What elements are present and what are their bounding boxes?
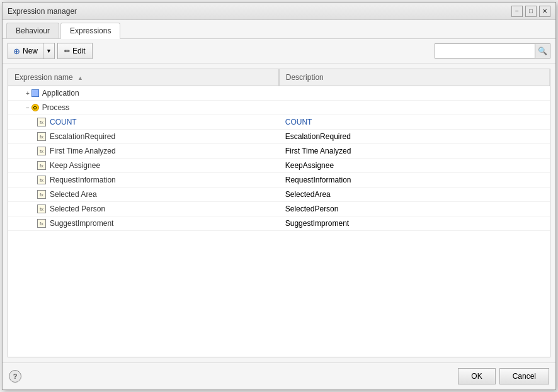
table-row[interactable]: fx RequestInformation RequestInformation <box>8 173 550 188</box>
keep-assignee-label: Keep Assignee <box>50 161 100 170</box>
first-time-node: fx First Time Analyzed <box>14 147 273 155</box>
selected-person-desc: SelectedPerson <box>279 202 550 216</box>
first-time-desc: First Time Analyzed <box>279 144 550 159</box>
request-info-node: fx RequestInformation <box>14 176 273 184</box>
dialog-title: Expression manager <box>8 7 77 16</box>
suggest-improment-node: fx SuggestImproment <box>14 219 273 228</box>
new-dropdown-arrow[interactable]: ▼ <box>43 43 54 59</box>
process-node: − ⚙ Process <box>14 103 273 112</box>
expr-icon: fx <box>37 161 46 170</box>
escalation-desc: EscalationRequired <box>279 130 550 144</box>
first-time-label: First Time Analyzed <box>50 147 116 155</box>
plus-icon: ⊕ <box>13 47 20 56</box>
minimize-button[interactable]: − <box>511 6 523 17</box>
collapse-icon[interactable]: − <box>26 104 30 111</box>
expand-icon[interactable]: + <box>26 90 30 97</box>
search-button[interactable]: 🔍 <box>535 43 550 59</box>
col-description: Description <box>279 69 550 86</box>
close-button[interactable]: ✕ <box>539 6 550 17</box>
suggest-improment-desc: SuggestImproment <box>279 216 550 231</box>
expr-icon: fx <box>37 219 46 228</box>
table-row[interactable]: fx Selected Person SelectedPerson <box>8 202 550 216</box>
count-desc: COUNT <box>279 115 550 130</box>
process-desc <box>279 101 550 115</box>
table-row[interactable]: fx Selected Area SelectedArea <box>8 188 550 202</box>
application-label: Application <box>42 89 79 98</box>
application-icon <box>31 89 39 97</box>
expr-icon: fx <box>37 176 46 184</box>
expression-table: Expression name ▲ Description + <box>8 69 550 357</box>
chevron-down-icon: ▼ <box>46 48 52 54</box>
table-row[interactable]: fx Keep Assignee KeepAssignee <box>8 159 550 173</box>
count-label: COUNT <box>50 118 77 126</box>
cancel-button[interactable]: Cancel <box>499 368 549 384</box>
new-button-label: New <box>23 47 38 55</box>
tab-expressions[interactable]: Expressions <box>60 23 120 39</box>
table-row[interactable]: − ⚙ Process <box>8 101 550 115</box>
title-bar-buttons: − □ ✕ <box>511 6 550 17</box>
table-row[interactable]: fx EscalationRequired EscalationRequired <box>8 130 550 144</box>
expr-icon: fx <box>37 190 46 199</box>
suggest-improment-label: SuggestImproment <box>50 219 113 228</box>
pencil-icon: ✏ <box>64 47 70 55</box>
col-expression-name[interactable]: Expression name ▲ <box>8 69 279 86</box>
search-input[interactable] <box>435 43 535 59</box>
ok-button[interactable]: OK <box>458 368 495 384</box>
expr-icon: fx <box>37 132 46 141</box>
tab-behaviour[interactable]: Behaviour <box>6 23 59 38</box>
selected-person-node: fx Selected Person <box>14 204 273 213</box>
edit-button[interactable]: ✏ Edit <box>57 43 93 59</box>
table-row[interactable]: fx COUNT COUNT <box>8 115 550 130</box>
keep-assignee-desc: KeepAssignee <box>279 159 550 173</box>
expr-icon: fx <box>37 118 46 126</box>
count-node: fx COUNT <box>14 118 273 126</box>
table-row[interactable]: fx SuggestImproment SuggestImproment <box>8 216 550 231</box>
process-label: Process <box>42 103 69 112</box>
search-area: 🔍 <box>435 43 550 59</box>
process-icon: ⚙ <box>31 104 39 111</box>
footer: ? OK Cancel <box>3 362 555 389</box>
expression-manager-dialog: Expression manager − □ ✕ Behaviour Expre… <box>2 2 556 390</box>
new-button[interactable]: ⊕ New <box>8 43 43 59</box>
expr-icon: fx <box>37 147 46 155</box>
title-bar: Expression manager − □ ✕ <box>3 3 555 20</box>
new-button-group: ⊕ New ▼ <box>8 43 55 59</box>
selected-area-node: fx Selected Area <box>14 190 273 199</box>
toolbar: ⊕ New ▼ ✏ Edit 🔍 <box>3 39 555 64</box>
search-icon: 🔍 <box>538 47 547 55</box>
table-row[interactable]: + Application <box>8 86 550 101</box>
selected-person-label: Selected Person <box>50 204 105 213</box>
tab-bar: Behaviour Expressions <box>3 20 555 39</box>
request-info-desc: RequestInformation <box>279 173 550 188</box>
escalation-node: fx EscalationRequired <box>14 132 273 141</box>
footer-right: OK Cancel <box>458 368 549 384</box>
content-area: Expression name ▲ Description + <box>3 64 555 362</box>
maximize-button[interactable]: □ <box>525 6 537 17</box>
application-node: + Application <box>14 89 273 98</box>
request-info-label: RequestInformation <box>50 176 116 184</box>
sort-arrow-icon: ▲ <box>77 75 83 81</box>
escalation-label: EscalationRequired <box>50 132 115 141</box>
selected-area-desc: SelectedArea <box>279 188 550 202</box>
footer-left: ? <box>9 370 21 383</box>
edit-button-label: Edit <box>72 47 86 55</box>
application-desc <box>279 86 550 101</box>
expr-icon: fx <box>37 204 46 213</box>
help-button[interactable]: ? <box>9 370 21 383</box>
selected-area-label: Selected Area <box>50 190 97 199</box>
keep-assignee-node: fx Keep Assignee <box>14 161 273 170</box>
table-row[interactable]: fx First Time Analyzed First Time Analyz… <box>8 144 550 159</box>
